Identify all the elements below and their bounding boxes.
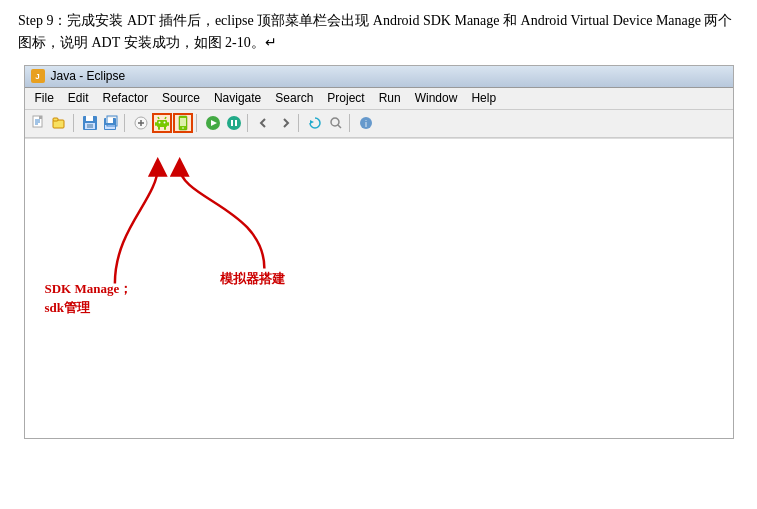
toolbar-sdk-manager-btn[interactable] (152, 113, 172, 133)
menu-navigate[interactable]: Navigate (208, 89, 267, 107)
svg-marker-35 (310, 120, 314, 124)
svg-rect-25 (158, 126, 160, 130)
toolbar-sep-4 (247, 114, 251, 132)
intro-text: Step 9：完成安装 ADT 插件后，eclipse 顶部菜单栏会出现 And… (18, 13, 733, 50)
svg-point-19 (158, 122, 160, 124)
menu-edit[interactable]: Edit (62, 89, 95, 107)
svg-rect-24 (167, 122, 169, 126)
svg-point-20 (163, 122, 165, 124)
avd-label: 模拟器搭建 (220, 269, 285, 289)
svg-line-37 (338, 125, 341, 128)
eclipse-toolbar: i (25, 110, 733, 138)
toolbar-sep-5 (298, 114, 302, 132)
menu-window[interactable]: Window (409, 89, 464, 107)
eclipse-app-icon: J (31, 69, 45, 83)
svg-point-32 (227, 116, 241, 130)
svg-rect-23 (155, 122, 157, 126)
menu-run[interactable]: Run (373, 89, 407, 107)
svg-rect-1 (39, 116, 42, 119)
toolbar-back-btn[interactable] (254, 113, 274, 133)
menu-search[interactable]: Search (269, 89, 319, 107)
eclipse-titlebar: J Java - Eclipse (25, 66, 733, 88)
svg-rect-10 (87, 124, 93, 128)
toolbar-sep-1 (73, 114, 77, 132)
intro-paragraph: Step 9：完成安装 ADT 插件后，eclipse 顶部菜单栏会出现 And… (18, 10, 739, 55)
toolbar-info-btn[interactable]: i (356, 113, 376, 133)
svg-point-36 (331, 118, 339, 126)
toolbar-forward-btn[interactable] (275, 113, 295, 133)
toolbar-save-btn[interactable] (80, 113, 100, 133)
toolbar-refresh-btn[interactable] (305, 113, 325, 133)
svg-rect-6 (53, 118, 58, 121)
menu-source[interactable]: Source (156, 89, 206, 107)
toolbar-run-btn[interactable] (203, 113, 223, 133)
toolbar-debug-btn[interactable] (224, 113, 244, 133)
menu-help[interactable]: Help (465, 89, 502, 107)
svg-line-22 (165, 117, 166, 119)
toolbar-sep-6 (349, 114, 353, 132)
svg-rect-8 (86, 116, 93, 121)
toolbar-avd-manager-btn[interactable] (173, 113, 193, 133)
toolbar-save-all-btn[interactable] (101, 113, 121, 133)
svg-rect-26 (164, 126, 166, 130)
toolbar-sep-2 (124, 114, 128, 132)
toolbar-btn-3[interactable] (131, 113, 151, 133)
eclipse-window: J Java - Eclipse File Edit Refactor Sour… (24, 65, 734, 439)
menu-file[interactable]: File (29, 89, 60, 107)
toolbar-new-btn[interactable] (29, 113, 49, 133)
svg-rect-18 (157, 120, 167, 127)
svg-rect-34 (235, 120, 237, 126)
menu-project[interactable]: Project (321, 89, 370, 107)
toolbar-sep-3 (196, 114, 200, 132)
svg-rect-28 (180, 118, 186, 126)
svg-text:i: i (365, 119, 367, 129)
svg-rect-33 (231, 120, 233, 126)
page-wrapper: Step 9：完成安装 ADT 插件后，eclipse 顶部菜单栏会出现 And… (0, 0, 757, 449)
menu-refactor[interactable]: Refactor (97, 89, 154, 107)
sdk-label: SDK Manage；sdk管理 (45, 279, 133, 318)
svg-point-29 (182, 127, 184, 129)
svg-line-21 (158, 117, 159, 119)
eclipse-window-title: Java - Eclipse (51, 69, 126, 83)
toolbar-search-btn[interactable] (326, 113, 346, 133)
eclipse-menubar: File Edit Refactor Source Navigate Searc… (25, 88, 733, 110)
eclipse-content-area: SDK Manage；sdk管理 模拟器搭建 (25, 138, 733, 438)
toolbar-open-btn[interactable] (50, 113, 70, 133)
